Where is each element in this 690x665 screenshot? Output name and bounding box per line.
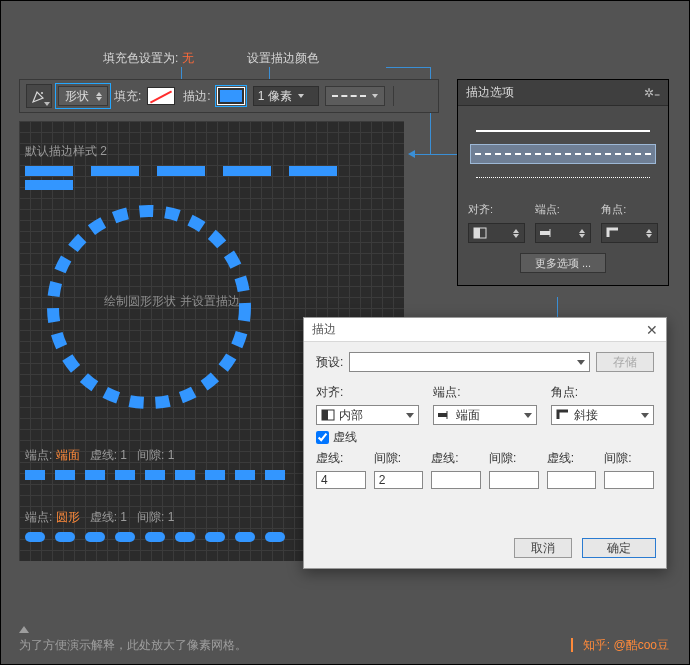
- preset-select[interactable]: [349, 352, 590, 372]
- gap-col-2: 间隙:: [489, 450, 539, 467]
- preset-dashed[interactable]: [470, 144, 656, 164]
- preset-dash-icon: [354, 361, 577, 363]
- dlg-align-select[interactable]: 内部: [316, 405, 419, 425]
- dialog-title: 描边: [312, 321, 336, 338]
- close-button[interactable]: ✕: [646, 322, 658, 338]
- dash-sample-default: [25, 165, 395, 177]
- gap-input-1[interactable]: [374, 471, 424, 489]
- align-label: 对齐:: [468, 202, 525, 217]
- align-inside-icon: [473, 227, 487, 239]
- dash-checkbox-input[interactable]: [316, 431, 329, 444]
- separator: [393, 86, 394, 106]
- footer-note: 为了方便演示解释，此处放大了像素网格。: [19, 637, 247, 654]
- dash-checkbox[interactable]: 虚线: [316, 429, 654, 446]
- stroke-options-panel: 描边选项 ✲₌ 对齐: 端点: 角点:: [457, 79, 669, 286]
- more-options-button[interactable]: 更多选项 ...: [520, 253, 606, 273]
- dash-input-2[interactable]: [431, 471, 481, 489]
- gap-input-3[interactable]: [604, 471, 654, 489]
- dash-input-3[interactable]: [547, 471, 597, 489]
- svg-rect-4: [540, 231, 550, 235]
- stroke-dialog: 描边 ✕ 预设: 存储 对齐: 端点: 角点: 内部: [303, 317, 667, 569]
- stroke-weight-field[interactable]: 1 像素: [253, 86, 319, 106]
- circle-caption: 绘制圆形形状 并设置描边: [97, 293, 247, 310]
- preset-dotted[interactable]: [470, 168, 656, 186]
- corner-miter-icon: [606, 227, 620, 239]
- annotation-fill-none: 填充色设置为: 无: [103, 50, 194, 67]
- gap-col-1: 间隙:: [374, 450, 424, 467]
- annotation-line: [386, 67, 431, 68]
- dash-preview-icon: [332, 95, 366, 97]
- cancel-button[interactable]: 取消: [514, 538, 572, 558]
- chevron-down-icon: [524, 413, 532, 418]
- cap-label: 端点:: [535, 202, 592, 217]
- dash-col-1: 虚线:: [316, 450, 366, 467]
- annotation-stroke-color: 设置描边颜色: [247, 50, 319, 67]
- footer: 为了方便演示解释，此处放大了像素网格。 知乎: @酷coo豆: [19, 626, 669, 654]
- tool-mode-dropdown[interactable]: 形状: [58, 86, 108, 106]
- dlg-cap-label: 端点:: [433, 384, 536, 401]
- svg-point-0: [41, 92, 43, 94]
- chevron-down-icon: [641, 413, 649, 418]
- fill-swatch-none[interactable]: [147, 87, 175, 105]
- corner-label: 角点:: [601, 202, 658, 217]
- fill-label: 填充:: [114, 88, 141, 105]
- arrow-left-icon: [408, 150, 415, 158]
- pen-tool-button[interactable]: [26, 84, 52, 108]
- stroke-weight-value: 1 像素: [258, 88, 292, 105]
- gap-input-2[interactable]: [489, 471, 539, 489]
- svg-rect-8: [438, 413, 447, 417]
- preset-list: [468, 114, 658, 194]
- default-style-label: 默认描边样式 2: [25, 143, 107, 160]
- cap-select[interactable]: [535, 223, 592, 243]
- tool-mode-value: 形状: [65, 88, 89, 105]
- preset-solid[interactable]: [470, 122, 656, 140]
- cap-butt-icon: [438, 409, 452, 421]
- panel-menu-button[interactable]: ✲₌: [644, 86, 660, 100]
- stroke-label: 描边:: [183, 88, 210, 105]
- corner-select[interactable]: [601, 223, 658, 243]
- svg-rect-3: [474, 228, 480, 238]
- stepper-arrows-icon: [95, 89, 103, 103]
- ok-button[interactable]: 确定: [582, 538, 656, 558]
- corner-miter-icon: [556, 409, 570, 421]
- dlg-corner-select[interactable]: 斜接: [551, 405, 654, 425]
- chevron-down-icon: [577, 360, 585, 365]
- stroke-swatch[interactable]: [217, 87, 245, 105]
- dlg-cap-select[interactable]: 端面: [433, 405, 536, 425]
- dash-input-1[interactable]: [316, 471, 366, 489]
- footer-credit: 知乎: @酷coo豆: [571, 637, 669, 654]
- svg-rect-7: [322, 410, 328, 420]
- preset-label: 预设:: [316, 354, 343, 371]
- cap-butt-icon: [540, 227, 554, 239]
- options-bar: 形状 填充: 描边: 1 像素: [19, 79, 439, 113]
- align-inside-icon: [321, 409, 335, 421]
- row-a-caption: 端点: 端面 虚线: 1 间隙: 1: [25, 447, 174, 464]
- gap-col-3: 间隙:: [604, 450, 654, 467]
- panel-title: 描边选项: [466, 84, 514, 101]
- dlg-corner-label: 角点:: [551, 384, 654, 401]
- dashed-circle: 绘制圆形形状 并设置描边: [39, 197, 259, 417]
- annotation-line: [557, 297, 558, 319]
- dash-col-2: 虚线:: [431, 450, 481, 467]
- annotation-line: [414, 154, 458, 155]
- dlg-align-label: 对齐:: [316, 384, 419, 401]
- dash-col-3: 虚线:: [547, 450, 597, 467]
- triangle-up-icon: [19, 626, 29, 633]
- chevron-down-icon: [406, 413, 414, 418]
- align-select[interactable]: [468, 223, 525, 243]
- stroke-style-dropdown[interactable]: [325, 86, 385, 106]
- save-preset-button[interactable]: 存储: [596, 352, 654, 372]
- chevron-down-icon: [298, 94, 304, 98]
- row-b-caption: 端点: 圆形 虚线: 1 间隙: 1: [25, 509, 174, 526]
- chevron-down-icon: [372, 94, 378, 98]
